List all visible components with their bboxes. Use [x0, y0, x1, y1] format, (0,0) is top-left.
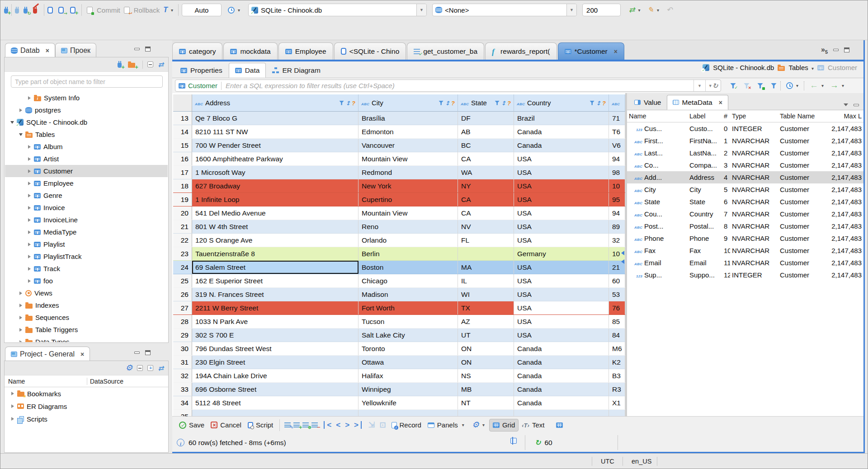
metadata-column-header[interactable]: Table Name — [778, 113, 827, 120]
table-row[interactable]: 14 8210 111 ST NW Edmonton AB Canada T6 — [173, 125, 625, 139]
column-header[interactable]: State — [458, 94, 514, 112]
cell-max-length[interactable]: 2,147,483 — [827, 184, 863, 196]
minimize-icon[interactable] — [134, 352, 140, 354]
expand-arrow-icon[interactable] — [27, 279, 32, 283]
tree-item[interactable]: Genre — [5, 189, 168, 202]
tree-item[interactable]: Table Triggers — [5, 324, 168, 336]
previous-row-button[interactable]: < — [334, 421, 343, 429]
cell-max-length[interactable]: 2,147,483 — [827, 196, 863, 208]
table-row[interactable]: 28 1033 N Park Ave Tucson AZ USA 85 — [173, 315, 625, 328]
cell-postalcode[interactable]: 32 — [609, 234, 625, 247]
cell-label[interactable]: Compa... — [688, 159, 722, 171]
row-number-cell[interactable]: 26 — [173, 288, 192, 301]
editor-tab[interactable]: Employee — [278, 42, 333, 60]
close-icon[interactable] — [80, 350, 84, 358]
cell-ordinal[interactable]: 5 — [722, 184, 730, 196]
cell-type[interactable]: NVARCHAR — [730, 184, 778, 196]
cell-postalcode[interactable]: 89 — [609, 220, 625, 233]
expand-arrow-icon[interactable] — [27, 169, 32, 173]
column-header[interactable] — [609, 94, 625, 112]
tree-item[interactable]: Artist — [5, 153, 168, 165]
cell-max-length[interactable]: 2,147,483 — [827, 233, 863, 244]
cell-city[interactable]: Ottawa — [359, 356, 458, 369]
row-number-cell[interactable]: 29 — [173, 328, 192, 342]
expand-arrow-icon[interactable] — [18, 291, 24, 295]
table-row[interactable]: 33 696 Osborne Street Winnipeg MB Canada… — [173, 383, 625, 396]
cell-table-name[interactable]: Customer — [778, 257, 827, 269]
cell-city[interactable]: Salt Lake City — [359, 328, 458, 342]
sql-editor-button[interactable] — [47, 7, 53, 14]
cell-state[interactable]: IL — [458, 274, 514, 287]
more-tabs-button[interactable]: »5 — [821, 46, 828, 55]
commit-button[interactable]: Commit — [85, 6, 122, 14]
cell-state[interactable]: TX — [458, 301, 514, 314]
row-number-header[interactable] — [173, 94, 192, 112]
reconnect-button[interactable]: ↻ — [24, 7, 28, 14]
cell-state[interactable]: MA — [458, 261, 514, 274]
minimize-icon[interactable] — [833, 49, 839, 51]
cell-label[interactable]: Postal... — [688, 220, 722, 232]
cell-country[interactable]: USA — [514, 234, 609, 247]
cell-city[interactable]: Tucson — [359, 315, 458, 328]
filter-history-dropdown[interactable] — [693, 80, 705, 92]
metadata-row[interactable]: Cus... Custo... 0 INTEGER Customer 2,147… — [627, 122, 863, 135]
table-row[interactable]: 32 194A Chain Lake Drive Halifax NS Cana… — [173, 369, 625, 383]
column-info-icon[interactable] — [352, 99, 355, 107]
cell-type[interactable]: INTEGER — [730, 123, 778, 135]
cell-table-name[interactable]: Customer — [778, 220, 827, 232]
cell-label[interactable]: Custo... — [688, 123, 722, 135]
table-row[interactable]: 34 5112 48 Street Yellowknife NT Canada … — [173, 396, 625, 410]
cell-ordinal[interactable]: 3 — [722, 159, 730, 171]
result-tab[interactable]: ER Diagram — [266, 63, 326, 78]
cell-country[interactable]: Canada — [514, 139, 609, 152]
last-row-button[interactable]: > — [352, 421, 362, 429]
cell-ordinal[interactable]: 8 — [722, 220, 730, 232]
tree-item[interactable]: Employee — [5, 177, 168, 189]
expand-arrow-icon[interactable] — [27, 218, 32, 222]
metadata-row[interactable]: Last... LastNa... 2 NVARCHAR Customer 2,… — [627, 147, 863, 159]
cell-postalcode[interactable]: 53 — [609, 288, 625, 301]
table-row[interactable]: 15 700 W Pender Street Vancouver BC Cana… — [173, 139, 625, 152]
calc-panel-button[interactable] — [510, 438, 517, 444]
column-header[interactable]: Country — [514, 94, 609, 112]
cell-label[interactable]: Suppo... — [688, 269, 722, 281]
cell-ordinal[interactable]: 11 — [722, 257, 730, 269]
cell-country[interactable]: USA — [514, 274, 609, 287]
remove-filter-button[interactable]: × — [744, 83, 750, 89]
cell-state[interactable]: ON — [458, 342, 514, 355]
row-number-cell[interactable]: 21 — [173, 220, 192, 233]
cell-ordinal[interactable]: 2 — [722, 147, 730, 159]
cell-column-name[interactable]: Co... — [627, 159, 688, 171]
cell-label[interactable]: Email — [688, 257, 722, 269]
cell-type[interactable]: NVARCHAR — [730, 245, 778, 257]
cell-table-name[interactable]: Customer — [778, 147, 827, 159]
dropdown-arrow-icon[interactable] — [416, 4, 426, 16]
tree-item[interactable]: Track — [5, 263, 168, 275]
cell-column-name[interactable]: City — [627, 184, 688, 196]
cell-max-length[interactable]: 2,147,483 — [827, 147, 863, 159]
editor-tab[interactable]: category — [172, 42, 222, 60]
metadata-row[interactable]: Post... Postal... 8 NVARCHAR Customer 2,… — [627, 220, 863, 232]
cell-column-name[interactable]: Cou... — [627, 208, 688, 220]
cell-ordinal[interactable]: 0 — [722, 123, 730, 135]
maximize-icon[interactable] — [145, 350, 151, 355]
cell-column-name[interactable]: First... — [627, 135, 688, 147]
table-row[interactable]: 25 162 E Superior Street Chicago IL USA … — [173, 274, 625, 288]
new-connection-button[interactable]: + — [4, 7, 8, 14]
tab-metadata[interactable]: MetaData — [667, 95, 728, 110]
record-mode-button[interactable]: Record — [388, 421, 425, 429]
close-icon[interactable] — [46, 47, 49, 55]
cell-table-name[interactable]: Customer — [778, 172, 827, 183]
expand-arrow-icon[interactable] — [27, 206, 32, 210]
undo-button[interactable] — [665, 6, 674, 14]
cell-country[interactable]: Canada — [514, 125, 609, 138]
cell-max-length[interactable]: 2,147,483 — [827, 135, 863, 147]
metadata-column-header[interactable]: Name — [627, 113, 688, 120]
expand-arrow-icon[interactable] — [10, 417, 15, 421]
cell-country[interactable]: Canada — [514, 396, 609, 409]
maximize-icon[interactable] — [145, 47, 151, 52]
new-folder-button[interactable]: + — [128, 61, 135, 68]
cell-country[interactable]: USA — [514, 328, 609, 342]
link-with-editor-icon[interactable] — [158, 61, 164, 69]
cell-address[interactable]: 120 S Orange Ave — [192, 234, 359, 247]
